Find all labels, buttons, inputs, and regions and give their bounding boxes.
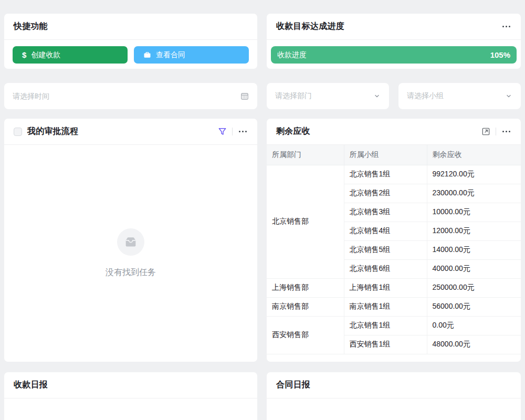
briefcase-icon: [143, 51, 151, 59]
approval-header: 我的审批流程: [4, 119, 257, 145]
table-header-row: 所属部门 所属小组 剩余应收: [267, 145, 521, 165]
group-cell: 上海销售1组: [344, 278, 427, 297]
payment-target-header: 收款目标达成进度: [267, 14, 521, 40]
chevron-down-icon: [505, 92, 512, 100]
department-cell: 上海销售部: [267, 278, 344, 297]
progress-bar: 收款进度 105%: [271, 46, 517, 64]
card-title: 我的审批流程: [27, 126, 78, 137]
quick-actions-card: 快捷功能 $ 创建收款 查看合同: [4, 14, 257, 69]
amount-cell: 56000.00元: [427, 297, 521, 316]
card-title: 剩余应收: [276, 126, 310, 137]
time-picker-field[interactable]: [4, 83, 257, 109]
amount-cell: 10000.00元: [427, 203, 521, 222]
approval-card: 我的审批流程 没有找到任务: [4, 119, 257, 362]
table-row: 上海销售部 上海销售1组 250000.00元: [267, 278, 521, 297]
column-department: 所属部门: [267, 145, 344, 165]
create-payment-label: 创建收款: [31, 50, 60, 60]
group-cell: 西安销售1组: [344, 335, 427, 354]
calendar-icon[interactable]: [240, 92, 249, 100]
table-row: 北京销售部 北京销售1组 992120.00元: [267, 165, 521, 184]
card-title: 合同日报: [276, 380, 310, 391]
divider: [232, 128, 233, 135]
column-group: 所属小组: [344, 145, 427, 165]
progress-value: 105%: [490, 50, 510, 59]
view-contract-label: 查看合同: [156, 50, 185, 60]
amount-cell: 230000.00元: [427, 184, 521, 203]
payment-daily-header: 收款日报: [4, 372, 257, 398]
card-title: 收款日报: [14, 380, 48, 391]
chevron-down-icon: [373, 92, 381, 100]
amount-cell: 40000.00元: [427, 259, 521, 278]
column-amount: 剩余应收: [427, 145, 521, 165]
empty-inbox-icon: [117, 228, 144, 256]
more-icon[interactable]: [501, 130, 511, 133]
amount-cell: 0.00元: [427, 316, 521, 335]
empty-state: 没有找到任务: [4, 145, 257, 361]
department-select[interactable]: 请选择部门: [267, 83, 389, 109]
department-select-placeholder: 请选择部门: [275, 91, 369, 101]
view-contract-button[interactable]: 查看合同: [134, 46, 249, 64]
progress-label: 收款进度: [277, 50, 307, 60]
amount-cell: 14000.00元: [427, 240, 521, 259]
contract-daily-card: 合同日报: [267, 372, 521, 420]
filter-funnel-icon[interactable]: [218, 127, 227, 136]
department-cell: 北京销售部: [267, 165, 344, 278]
receivables-table: 所属部门 所属小组 剩余应收 北京销售部 北京销售1组 992120.00元 北…: [267, 145, 521, 354]
receivables-card: 剩余应收 所属部门 所属小组 剩余应收 北京销售部 北京销售1组 992120.…: [267, 119, 521, 362]
group-cell: 北京销售5组: [344, 240, 427, 259]
amount-cell: 992120.00元: [427, 165, 521, 184]
card-title: 收款目标达成进度: [276, 21, 344, 32]
department-cell: 西安销售部: [267, 316, 344, 354]
group-cell: 北京销售2组: [344, 184, 427, 203]
divider: [496, 128, 496, 135]
more-icon[interactable]: [501, 25, 511, 28]
select-all-checkbox[interactable]: [14, 128, 22, 136]
table-row: 西安销售部 北京销售1组 0.00元: [267, 316, 521, 335]
amount-cell: 250000.00元: [427, 278, 521, 297]
amount-cell: 12000.00元: [427, 222, 521, 240]
group-cell: 北京销售4组: [344, 222, 427, 240]
payment-target-card: 收款目标达成进度 收款进度 105%: [267, 14, 521, 69]
empty-state-text: 没有找到任务: [106, 267, 156, 278]
department-cell: 南京销售部: [267, 297, 344, 316]
group-cell: 北京销售1组: [344, 316, 427, 335]
group-select[interactable]: 请选择小组: [398, 83, 521, 109]
payment-daily-card: 收款日报: [4, 372, 257, 420]
create-payment-button[interactable]: $ 创建收款: [13, 46, 128, 64]
group-cell: 北京销售3组: [344, 203, 427, 222]
group-cell: 南京销售1组: [344, 297, 427, 316]
group-select-placeholder: 请选择小组: [407, 91, 501, 101]
receivables-header: 剩余应收: [267, 119, 521, 145]
more-icon[interactable]: [238, 130, 248, 133]
group-cell: 北京销售1组: [344, 165, 427, 184]
dollar-icon: $: [22, 50, 26, 59]
amount-cell: 48000.00元: [427, 335, 521, 354]
card-title: 快捷功能: [14, 21, 48, 32]
group-cell: 北京销售6组: [344, 259, 427, 278]
time-picker-input[interactable]: [13, 92, 236, 100]
quick-actions-header: 快捷功能: [4, 14, 257, 40]
table-row: 南京销售部 南京销售1组 56000.00元: [267, 297, 521, 316]
contract-daily-header: 合同日报: [267, 372, 521, 398]
open-external-icon[interactable]: [481, 127, 490, 136]
